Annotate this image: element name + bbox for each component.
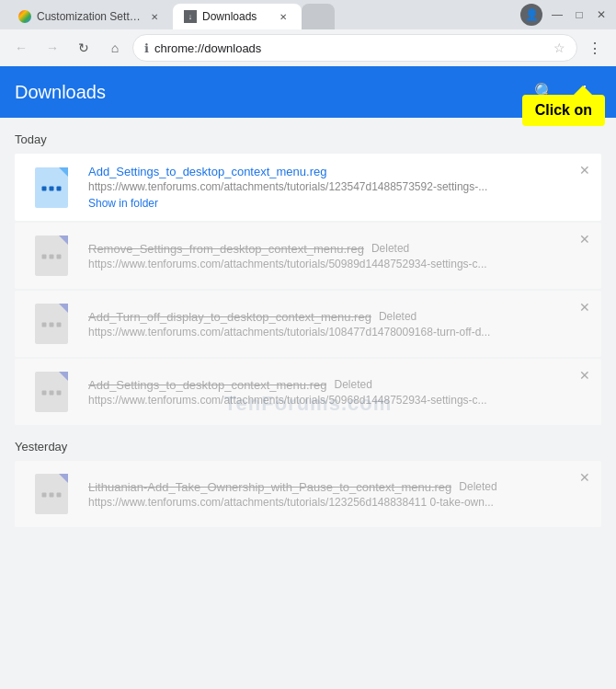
download-item-1: Add_Settings_to_desktop_context_menu.reg… bbox=[15, 154, 601, 221]
tab-customization[interactable]: Customization Settings ✕ bbox=[7, 4, 173, 29]
title-bar: Customization Settings ✕ ↓ Downloads ✕ 👤… bbox=[0, 0, 616, 29]
tab-downloads-label: Downloads bbox=[202, 10, 270, 23]
download-info-1: Add_Settings_to_desktop_context_menu.reg… bbox=[88, 165, 587, 210]
home-button[interactable]: ⌂ bbox=[101, 34, 129, 62]
deleted-badge-5: Deleted bbox=[459, 480, 496, 493]
profile-icon[interactable]: 👤 bbox=[520, 4, 542, 26]
today-label: Today bbox=[15, 132, 601, 146]
download-url-2: https://www.tenforums.com/attachments/tu… bbox=[88, 258, 587, 270]
click-on-callout: Click on bbox=[522, 95, 605, 126]
chrome-icon bbox=[18, 10, 31, 23]
downloads-content: TenForums.com Today Add_Set bbox=[0, 118, 616, 689]
back-button: ← bbox=[7, 34, 35, 62]
file-icon-1 bbox=[29, 166, 74, 210]
minimize-button[interactable]: — bbox=[550, 7, 565, 22]
download-info-3: Add_Turn_off_display_to_desktop_context_… bbox=[88, 310, 587, 339]
today-section: Today Add_Settings_to_desktop_context_ bbox=[15, 132, 601, 425]
item-close-5[interactable]: ✕ bbox=[576, 468, 594, 487]
item-close-2[interactable]: ✕ bbox=[576, 230, 594, 248]
close-button[interactable]: ✕ bbox=[594, 7, 609, 22]
download-url-5: https://www.tenforums.com/attachments/tu… bbox=[88, 496, 587, 509]
download-item-2: Remove_Settings_from_desktop_context_men… bbox=[15, 223, 601, 289]
window-controls: 👤 — □ ✕ bbox=[520, 4, 609, 26]
download-name-4: Add_Settings_to_desktop_context_menu.reg bbox=[88, 378, 326, 392]
tab-customization-close[interactable]: ✕ bbox=[147, 9, 162, 24]
lock-icon: ℹ bbox=[144, 41, 149, 55]
yesterday-label: Yesterday bbox=[15, 440, 601, 454]
download-name-3: Add_Turn_off_display_to_desktop_context_… bbox=[88, 310, 371, 324]
file-icon-body bbox=[35, 167, 68, 208]
tab-customization-label: Customization Settings bbox=[37, 10, 142, 23]
download-name-1[interactable]: Add_Settings_to_desktop_context_menu.reg bbox=[88, 165, 326, 178]
file-icon-3 bbox=[29, 302, 74, 346]
download-item-3: Add_Turn_off_display_to_desktop_context_… bbox=[15, 291, 601, 357]
navigation-bar: ← → ↻ ⌂ ℹ chrome://downloads ☆ ⋮ bbox=[0, 29, 616, 66]
page-title: Downloads bbox=[15, 82, 106, 103]
refresh-button[interactable]: ↻ bbox=[70, 34, 97, 62]
deleted-badge-3: Deleted bbox=[379, 310, 416, 323]
download-name-2: Remove_Settings_from_desktop_context_men… bbox=[88, 242, 364, 256]
file-icon-5 bbox=[29, 472, 74, 516]
item-close-3[interactable]: ✕ bbox=[576, 298, 594, 316]
download-info-5: Lithuanian-Add_Take_Ownership_with_Pause… bbox=[88, 480, 587, 509]
download-info-2: Remove_Settings_from_desktop_context_men… bbox=[88, 242, 587, 270]
deleted-badge-4: Deleted bbox=[334, 378, 371, 391]
tab-downloads[interactable]: ↓ Downloads ✕ bbox=[173, 4, 302, 29]
forward-button: → bbox=[39, 34, 66, 62]
yesterday-section: Yesterday Lithuanian-Add_Take_Ownershi bbox=[15, 440, 601, 527]
download-url-4: https://www.tenforums.com/attachments/tu… bbox=[88, 394, 587, 407]
download-name-5: Lithuanian-Add_Take_Ownership_with_Pause… bbox=[88, 480, 451, 494]
show-in-folder-button[interactable]: Show in folder bbox=[88, 197, 587, 210]
download-tab-icon: ↓ bbox=[184, 10, 197, 23]
file-icon-2 bbox=[29, 234, 74, 278]
tab-downloads-close[interactable]: ✕ bbox=[276, 9, 291, 24]
download-url-1: https://www.tenforums.com/attachments/tu… bbox=[88, 180, 587, 193]
bookmark-icon: ☆ bbox=[553, 40, 565, 55]
item-close-1[interactable]: ✕ bbox=[576, 161, 594, 179]
tab-strip: Customization Settings ✕ ↓ Downloads ✕ bbox=[7, 0, 335, 29]
download-item-4: Add_Settings_to_desktop_context_menu.reg… bbox=[15, 359, 601, 425]
file-icon-4 bbox=[29, 370, 74, 414]
browser-menu-button[interactable]: ⋮ bbox=[581, 34, 609, 62]
item-close-4[interactable]: ✕ bbox=[576, 366, 594, 385]
address-bar[interactable]: ℹ chrome://downloads ☆ bbox=[132, 34, 577, 62]
restore-button[interactable]: □ bbox=[572, 7, 587, 22]
download-url-3: https://www.tenforums.com/attachments/tu… bbox=[88, 326, 587, 339]
download-item-5: Lithuanian-Add_Take_Ownership_with_Pause… bbox=[15, 461, 601, 527]
new-tab-button[interactable] bbox=[302, 4, 335, 29]
deleted-badge-2: Deleted bbox=[371, 242, 409, 255]
download-info-4: Add_Settings_to_desktop_context_menu.reg… bbox=[88, 378, 587, 407]
url-text: chrome://downloads bbox=[154, 41, 548, 55]
